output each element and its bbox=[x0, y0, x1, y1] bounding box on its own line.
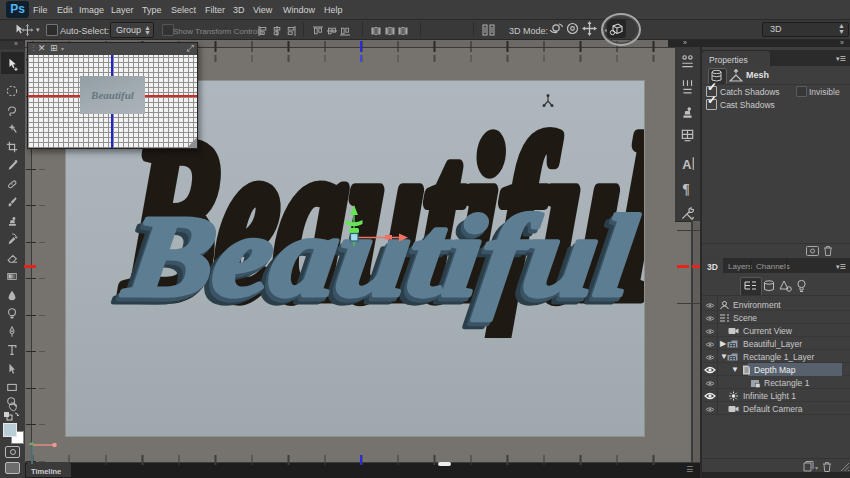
svg-text:¶: ¶ bbox=[682, 182, 689, 196]
svg-text:A: A bbox=[682, 158, 691, 171]
svg-text:Beautiful: Beautiful bbox=[117, 192, 643, 320]
